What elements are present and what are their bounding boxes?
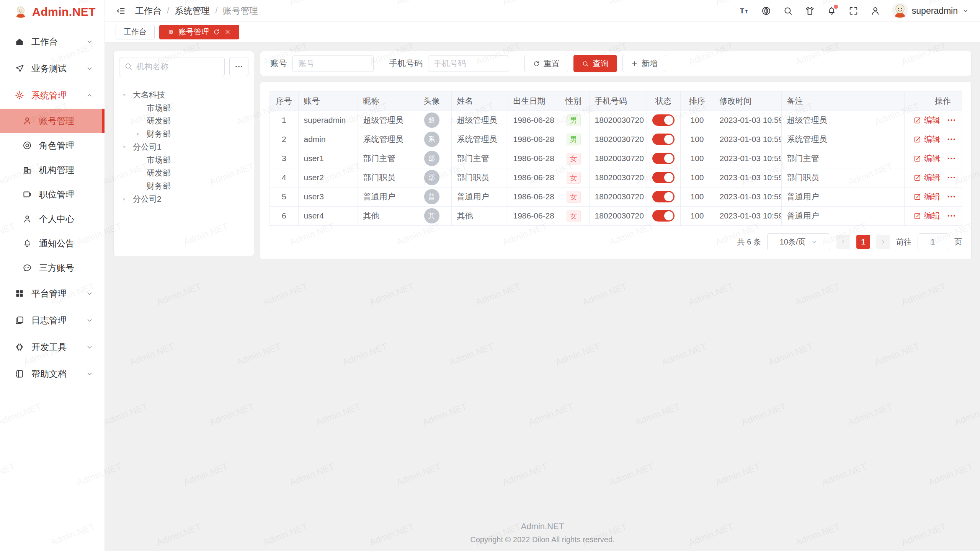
add-button[interactable]: 新增 bbox=[622, 55, 666, 72]
tree-node[interactable]: 分公司1 bbox=[116, 140, 252, 153]
goto-label: 前往 bbox=[896, 237, 911, 247]
chevron-down-icon bbox=[85, 37, 94, 46]
edit-button[interactable]: 编辑 bbox=[913, 191, 940, 202]
cell-index: 3 bbox=[270, 149, 298, 168]
sidebar-item-org-manage[interactable]: 机构管理 bbox=[0, 158, 105, 182]
edit-button[interactable]: 编辑 bbox=[913, 172, 940, 183]
org-name-input[interactable] bbox=[119, 57, 225, 76]
cell-name: 系统管理员 bbox=[451, 130, 508, 149]
prev-page-button[interactable] bbox=[836, 235, 850, 249]
cell-birth: 1986-06-28 bbox=[508, 206, 558, 225]
tree-node[interactable]: 分公司2 bbox=[116, 192, 252, 205]
edit-button[interactable]: 编辑 bbox=[913, 210, 940, 221]
status-toggle[interactable] bbox=[652, 172, 675, 183]
more-actions-icon[interactable] bbox=[946, 115, 956, 125]
tree-node[interactable]: 研发部 bbox=[116, 114, 252, 127]
sidebar-item-system-manage[interactable]: 系统管理 bbox=[0, 82, 105, 109]
status-toggle[interactable] bbox=[652, 134, 675, 145]
sidebar-item-notice[interactable]: 通知公告 bbox=[0, 231, 105, 256]
org-tree-panel: 大名科技 市场部 研发部 财务部 bbox=[113, 51, 254, 256]
tab-account-manage[interactable]: 账号管理 bbox=[159, 25, 239, 39]
more-actions-icon[interactable] bbox=[946, 134, 956, 144]
edit-icon bbox=[913, 193, 921, 201]
gear-icon bbox=[15, 90, 24, 100]
app-title: Admin.NET bbox=[32, 5, 96, 18]
more-actions-icon[interactable] bbox=[946, 173, 956, 183]
org-more-button[interactable] bbox=[229, 57, 248, 76]
role-icon bbox=[22, 140, 32, 150]
cell-phone: 18020030720 bbox=[589, 187, 647, 206]
breadcrumb-item[interactable]: 工作台 bbox=[135, 5, 162, 17]
notification-icon[interactable] bbox=[826, 6, 837, 16]
breadcrumb-item[interactable]: / 账号管理 bbox=[210, 5, 258, 17]
sidebar-item-dev-tools[interactable]: 开发工具 bbox=[0, 334, 105, 360]
refresh-icon[interactable] bbox=[213, 28, 220, 36]
user-menu[interactable]: superadmin bbox=[892, 3, 969, 19]
tab-bar: 工作台 账号管理 bbox=[105, 22, 980, 42]
status-toggle[interactable] bbox=[652, 153, 675, 164]
sidebar-item-role-manage[interactable]: 角色管理 bbox=[0, 133, 105, 158]
page-unit-label: 页 bbox=[954, 237, 962, 247]
tree-node[interactable]: 财务部 bbox=[116, 127, 252, 140]
cell-sort: 100 bbox=[680, 130, 714, 149]
collapse-menu-icon[interactable] bbox=[116, 6, 126, 16]
language-icon[interactable] bbox=[761, 6, 771, 16]
more-actions-icon[interactable] bbox=[946, 192, 956, 202]
tree-node[interactable]: 研发部 bbox=[116, 166, 252, 179]
caret-down-icon bbox=[121, 92, 133, 98]
goto-page-input[interactable] bbox=[918, 233, 948, 250]
font-size-icon[interactable]: TT bbox=[739, 6, 750, 16]
send-icon bbox=[15, 64, 24, 73]
account-input[interactable] bbox=[292, 55, 374, 72]
fullscreen-icon[interactable] bbox=[848, 6, 859, 16]
chevron-down-icon bbox=[85, 370, 94, 378]
more-actions-icon[interactable] bbox=[946, 153, 956, 163]
tree-node[interactable]: 大名科技 bbox=[116, 88, 252, 101]
sidebar-item-log-manage[interactable]: 日志管理 bbox=[0, 307, 105, 334]
status-toggle[interactable] bbox=[652, 114, 675, 126]
edit-icon bbox=[913, 135, 921, 143]
cell-name: 部门主管 bbox=[451, 149, 508, 168]
edit-button[interactable]: 编辑 bbox=[913, 134, 940, 145]
breadcrumb-item[interactable]: / 系统管理 bbox=[162, 5, 210, 17]
query-button[interactable]: 查询 bbox=[573, 55, 617, 72]
sidebar-item-personal-center[interactable]: 个人中心 bbox=[0, 207, 105, 231]
close-icon[interactable] bbox=[224, 28, 231, 36]
sidebar-item-workbench[interactable]: 工作台 bbox=[0, 28, 105, 55]
cell-modified: 2023-01-03 10:59:44 bbox=[714, 168, 781, 187]
cell-account: admin bbox=[298, 130, 358, 149]
phone-input[interactable] bbox=[428, 55, 509, 72]
user-avatar bbox=[892, 3, 908, 19]
gender-badge: 女 bbox=[567, 172, 581, 184]
edit-button[interactable]: 编辑 bbox=[913, 115, 940, 126]
chevron-down-icon bbox=[962, 7, 969, 15]
edit-button[interactable]: 编辑 bbox=[913, 153, 940, 164]
sidebar-item-platform-manage[interactable]: 平台管理 bbox=[0, 280, 105, 307]
col-gender: 性别 bbox=[558, 91, 589, 111]
avatar: 系 bbox=[424, 132, 439, 147]
more-actions-icon[interactable] bbox=[946, 211, 956, 221]
tree-node[interactable]: 市场部 bbox=[116, 101, 252, 114]
book-icon bbox=[15, 369, 24, 379]
col-remark: 备注 bbox=[781, 91, 904, 111]
profile-icon[interactable] bbox=[870, 6, 880, 16]
gender-badge: 男 bbox=[567, 114, 581, 126]
page-size-select[interactable]: 10条/页 bbox=[767, 233, 830, 250]
status-toggle[interactable] bbox=[652, 210, 675, 222]
tree-node[interactable]: 市场部 bbox=[116, 153, 252, 166]
next-page-button[interactable] bbox=[876, 235, 890, 249]
current-page[interactable]: 1 bbox=[856, 235, 870, 249]
theme-icon[interactable] bbox=[805, 6, 815, 16]
cell-sort: 100 bbox=[680, 187, 714, 206]
sidebar-item-account-manage[interactable]: 账号管理 bbox=[0, 109, 105, 133]
search-icon[interactable] bbox=[783, 6, 793, 16]
gender-badge: 女 bbox=[567, 210, 581, 222]
sidebar-item-post-manage[interactable]: 职位管理 bbox=[0, 182, 105, 207]
tab-workbench[interactable]: 工作台 bbox=[116, 25, 155, 39]
sidebar-item-third-account[interactable]: 三方账号 bbox=[0, 256, 105, 280]
sidebar-item-help-docs[interactable]: 帮助文档 bbox=[0, 360, 105, 387]
status-toggle[interactable] bbox=[652, 191, 675, 202]
tree-node[interactable]: 财务部 bbox=[116, 179, 252, 192]
reset-button[interactable]: 重置 bbox=[524, 55, 568, 72]
sidebar-item-business-test[interactable]: 业务测试 bbox=[0, 55, 105, 82]
